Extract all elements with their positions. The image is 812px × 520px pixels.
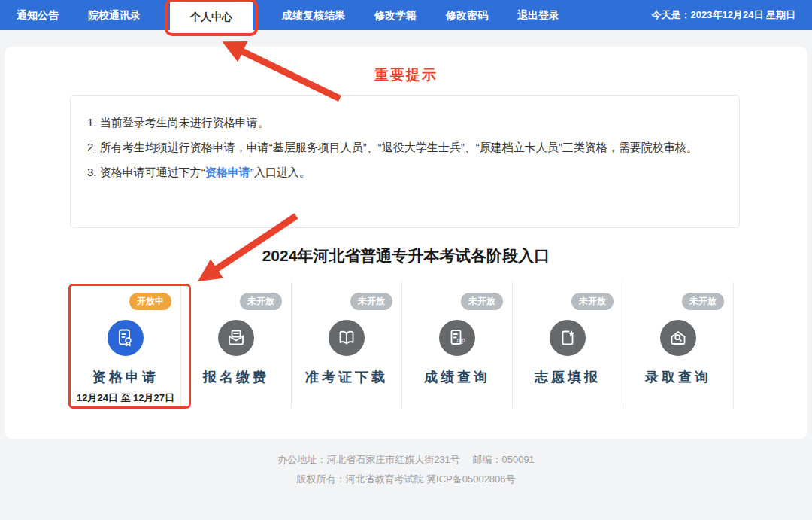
notice-line-3: 3. 资格申请可通过下方“资格申请”入口进入。 xyxy=(87,160,723,184)
stages-section-title: 2024年河北省普通专升本考试各阶段入口 xyxy=(5,245,807,266)
footer-copyright: 版权所有：河北省教育考试院 冀ICP备05002806号 xyxy=(0,470,812,489)
page-footer: 办公地址：河北省石家庄市红旗大街231号 邮编：050091 版权所有：河北省教… xyxy=(0,450,812,489)
nav-item-change-password[interactable]: 修改密码 xyxy=(446,0,488,30)
stage-cards-row: 开放中 资格申请 12月24日 至 12月27日 未开放 xyxy=(71,282,734,409)
stage-card-label: 志愿填报 xyxy=(513,368,623,386)
nav-item-notices[interactable]: 通知公告 xyxy=(17,0,59,30)
nav-item-edit-student-status[interactable]: 修改学籍 xyxy=(374,0,417,30)
svg-text:100: 100 xyxy=(456,338,465,343)
stage-card-volunteer-application[interactable]: 未开放 志愿填报 xyxy=(513,282,623,409)
notice-line-2: 2. 所有考生均须进行资格申请，申请“基层服务项目人员”、“退役大学生士兵”、“… xyxy=(87,135,723,160)
score-sheet-icon: 100 xyxy=(439,320,475,356)
notice-line-3-suffix: ”入口进入。 xyxy=(250,166,311,178)
stage-card-label: 报名缴费 xyxy=(181,368,291,386)
notice-line-3-prefix: 3. 资格申请可通过下方“ xyxy=(87,166,205,178)
certificate-icon xyxy=(108,320,144,356)
stage-card-label: 准考证下载 xyxy=(292,368,401,386)
stage-card-admission-ticket-download[interactable]: 未开放 准考证下载 xyxy=(292,282,402,409)
nav-item-logout[interactable]: 退出登录 xyxy=(517,0,559,30)
stage-card-label: 录取查询 xyxy=(623,368,733,386)
mail-payment-icon xyxy=(218,320,254,356)
notice-line-1: 1. 当前登录考生尚未进行资格申请。 xyxy=(87,110,723,135)
today-date-text: 今天是：2023年12月24日 星期日 xyxy=(652,8,795,22)
stage-card-label: 资格申请 xyxy=(71,368,180,386)
footer-address: 办公地址：河北省石家庄市红旗大街231号 邮编：050091 xyxy=(0,450,812,470)
status-badge-closed: 未开放 xyxy=(350,293,392,310)
stage-card-date: 12月24日 至 12月27日 xyxy=(71,391,180,405)
stage-card-label: 成绩查询 xyxy=(402,368,512,386)
status-badge-closed: 未开放 xyxy=(240,293,282,310)
top-navbar: 通知公告 院校通讯录 个人中心 成绩复核结果 修改学籍 修改密码 退出登录 今天… xyxy=(0,0,812,30)
status-badge-closed: 未开放 xyxy=(461,293,503,310)
status-badge-closed: 未开放 xyxy=(682,293,724,310)
open-book-icon xyxy=(329,320,365,356)
status-badge-closed: 未开放 xyxy=(571,293,614,310)
star-document-icon xyxy=(550,320,586,356)
main-content-panel: 重要提示 1. 当前登录考生尚未进行资格申请。 2. 所有考生均须进行资格申请，… xyxy=(5,47,807,439)
stage-card-registration-payment[interactable]: 未开放 报名缴费 xyxy=(181,282,292,409)
status-badge-open: 开放中 xyxy=(129,293,171,310)
qualification-apply-link[interactable]: 资格申请 xyxy=(205,166,250,178)
important-notice-title: 重要提示 xyxy=(5,65,807,85)
nav-item-score-review[interactable]: 成绩复核结果 xyxy=(282,0,345,30)
nav-item-personal-center-label: 个人中心 xyxy=(190,11,232,23)
nav-item-school-contacts[interactable]: 院校通讯录 xyxy=(88,0,141,30)
search-mail-icon xyxy=(660,320,696,356)
nav-item-personal-center[interactable]: 个人中心 xyxy=(170,0,253,33)
stage-card-score-query[interactable]: 未开放 100 成绩查询 xyxy=(402,282,513,409)
stage-card-qualification-apply[interactable]: 开放中 资格申请 12月24日 至 12月27日 xyxy=(71,282,181,409)
stage-card-admission-query[interactable]: 未开放 录取查询 xyxy=(623,282,734,409)
notice-box: 1. 当前登录考生尚未进行资格申请。 2. 所有考生均须进行资格申请，申请“基层… xyxy=(70,95,740,228)
